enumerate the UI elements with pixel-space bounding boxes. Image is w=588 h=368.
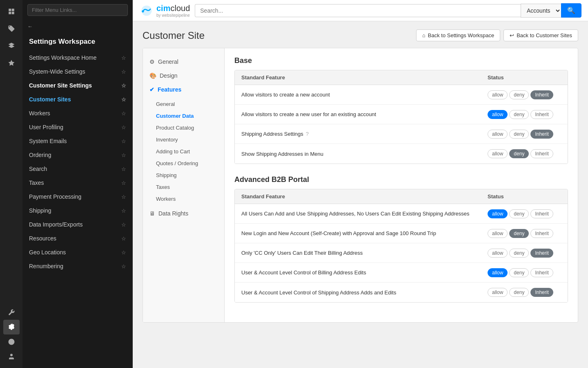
- allow-button[interactable]: allow: [488, 288, 508, 297]
- sub-nav-quotes-ordering[interactable]: Quotes / Ordering: [149, 157, 224, 169]
- inherit-button[interactable]: Inherit: [530, 249, 553, 258]
- sidebar-nav-item[interactable]: System-Wide Settings☆: [22, 65, 133, 79]
- nav-features[interactable]: ✔ Features: [143, 83, 224, 96]
- star-icon[interactable]: ☆: [121, 263, 126, 269]
- inner-layout: ⚙ General 🎨 Design ✔ Features General Cu…: [143, 48, 578, 323]
- star-icon[interactable]: ☆: [121, 96, 126, 103]
- nav-design[interactable]: 🎨 Design: [143, 69, 224, 83]
- allow-button[interactable]: allow: [488, 130, 508, 139]
- icon-layers[interactable]: [3, 38, 20, 53]
- icon-star[interactable]: [3, 56, 20, 70]
- table-row: User & Account Level Control of Shipping…: [235, 283, 568, 302]
- allow-button[interactable]: allow: [488, 249, 508, 258]
- star-icon[interactable]: ☆: [121, 138, 126, 144]
- inherit-button[interactable]: Inherit: [530, 288, 553, 297]
- feature-text: Allow visitors to create a new account: [241, 92, 330, 98]
- sub-nav-workers[interactable]: Workers: [149, 193, 224, 205]
- back-to-sites-button[interactable]: ↩ Back to Customer Sites: [503, 29, 578, 41]
- inherit-button[interactable]: Inherit: [530, 130, 553, 139]
- deny-button[interactable]: deny: [509, 268, 529, 277]
- design-icon: 🎨: [149, 72, 156, 79]
- deny-button[interactable]: deny: [509, 288, 529, 297]
- allow-button[interactable]: allow: [488, 209, 508, 218]
- deny-button[interactable]: deny: [509, 110, 529, 119]
- star-icon[interactable]: ☆: [121, 69, 126, 75]
- allow-button[interactable]: allow: [488, 268, 508, 277]
- star-icon[interactable]: ☆: [121, 222, 126, 228]
- icon-settings[interactable]: [3, 320, 20, 334]
- star-icon[interactable]: ☆: [121, 194, 126, 200]
- deny-button[interactable]: deny: [509, 249, 529, 258]
- deny-button[interactable]: deny: [509, 90, 529, 99]
- star-icon[interactable]: ☆: [121, 124, 126, 130]
- allow-button[interactable]: allow: [488, 149, 508, 158]
- sub-nav-customer-data[interactable]: Customer Data: [149, 110, 224, 122]
- sidebar-nav-item[interactable]: Customer Sites☆: [22, 92, 133, 106]
- sub-nav-adding-to-cart[interactable]: Adding to Cart: [149, 146, 224, 157]
- search-scope-select[interactable]: Accounts: [521, 4, 561, 18]
- sub-nav-inventory[interactable]: Inventory: [149, 134, 224, 146]
- back-to-settings-button[interactable]: ⌂ Back to Settings Workspace: [416, 29, 500, 41]
- sidebar-nav-item[interactable]: Search☆: [22, 162, 133, 176]
- sidebar-nav-item[interactable]: Data Imports/Exports☆: [22, 218, 133, 231]
- allow-button[interactable]: allow: [488, 229, 508, 238]
- star-icon[interactable]: ☆: [121, 236, 126, 242]
- star-icon[interactable]: ☆: [121, 55, 126, 61]
- nav-general[interactable]: ⚙ General: [143, 55, 224, 69]
- page-title: Customer Site: [143, 30, 205, 41]
- sidebar-nav-item[interactable]: Ordering☆: [22, 148, 133, 162]
- help-icon[interactable]: ?: [306, 131, 309, 137]
- filter-menu-input[interactable]: [27, 4, 128, 16]
- icon-user[interactable]: [3, 349, 20, 364]
- sidebar-nav-item[interactable]: Taxes☆: [22, 176, 133, 190]
- sidebar-back-button[interactable]: ←: [22, 20, 133, 33]
- sidebar-nav-item[interactable]: Customer Site Settings☆: [22, 79, 133, 92]
- base-col-feature-header: Standard Feature: [241, 74, 488, 81]
- sidebar-nav-item[interactable]: Workers☆: [22, 106, 133, 120]
- star-icon[interactable]: ☆: [121, 83, 126, 89]
- deny-button[interactable]: deny: [509, 149, 529, 158]
- deny-button[interactable]: deny: [509, 209, 529, 218]
- inherit-button[interactable]: Inherit: [530, 229, 553, 238]
- sidebar-nav-item[interactable]: Shipping☆: [22, 204, 133, 218]
- icon-tag[interactable]: [3, 21, 20, 36]
- sidebar-nav-item[interactable]: Settings Workspace Home☆: [22, 51, 133, 65]
- allow-button[interactable]: allow: [488, 90, 508, 99]
- inherit-button[interactable]: Inherit: [530, 110, 553, 119]
- search-input[interactable]: [195, 4, 521, 17]
- icon-dashboard[interactable]: [3, 4, 20, 19]
- sidebar-nav-item[interactable]: User Profiling☆: [22, 120, 133, 134]
- star-icon[interactable]: ☆: [121, 110, 126, 117]
- sidebar-nav-item[interactable]: Payment Processing☆: [22, 190, 133, 204]
- deny-button[interactable]: deny: [509, 130, 529, 139]
- sidebar-nav-item[interactable]: System Emails☆: [22, 134, 133, 148]
- sidebar-nav-label: Ordering: [29, 152, 51, 158]
- inherit-button[interactable]: Inherit: [530, 90, 553, 99]
- icon-wrench[interactable]: [3, 305, 20, 320]
- table-row: Allow visitors to create a new account a…: [235, 85, 568, 105]
- sub-nav-shipping[interactable]: Shipping: [149, 169, 224, 181]
- inherit-button[interactable]: Inherit: [530, 149, 553, 158]
- star-icon[interactable]: ☆: [121, 249, 126, 256]
- sidebar-nav-item[interactable]: Renumbering☆: [22, 259, 133, 273]
- nav-data-rights[interactable]: 🖥 Data Rights: [143, 206, 224, 220]
- star-icon[interactable]: ☆: [121, 152, 126, 158]
- logo: cimcloud by websitepipeline: [139, 3, 190, 18]
- sidebar-nav-item[interactable]: Geo Locations☆: [22, 245, 133, 259]
- icon-plus[interactable]: [3, 73, 20, 88]
- search-button[interactable]: 🔍: [561, 3, 581, 18]
- feature-name: Allow visitors to create a new user for …: [241, 111, 488, 117]
- deny-button[interactable]: deny: [509, 229, 529, 238]
- sub-nav-taxes[interactable]: Taxes: [149, 181, 224, 193]
- sub-nav-product-catalog[interactable]: Product Catalog: [149, 122, 224, 134]
- sub-nav-general[interactable]: General: [149, 98, 224, 110]
- inherit-button[interactable]: Inherit: [530, 268, 553, 277]
- star-icon[interactable]: ☆: [121, 166, 126, 172]
- icon-question[interactable]: [3, 334, 20, 349]
- star-icon[interactable]: ☆: [121, 180, 126, 186]
- star-icon[interactable]: ☆: [121, 208, 126, 214]
- sidebar-nav-item[interactable]: Resources☆: [22, 231, 133, 245]
- allow-button[interactable]: allow: [488, 110, 508, 119]
- table-row: User & Account Level Control of Billing …: [235, 263, 568, 283]
- inherit-button[interactable]: Inherit: [530, 209, 553, 218]
